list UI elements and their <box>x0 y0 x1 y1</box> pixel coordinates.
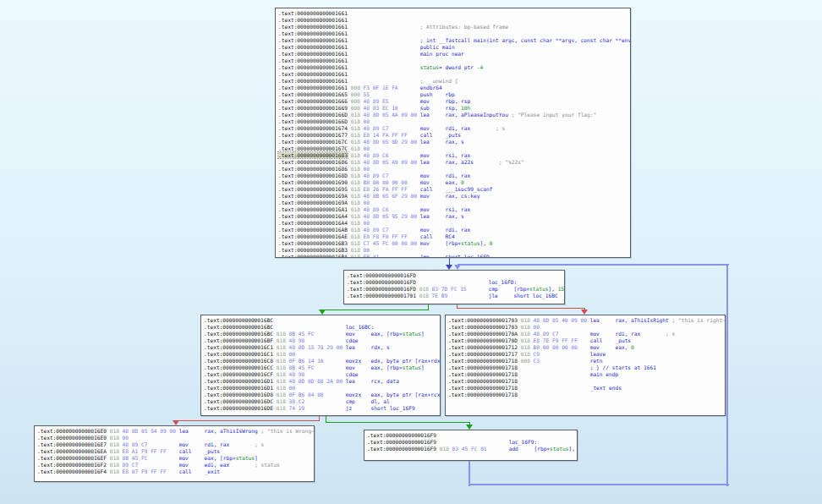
asm-line[interactable]: .text:00000000000016FD loc_16FD: <box>347 279 564 286</box>
asm-line[interactable]: .text:00000000000016B3 018 00 <box>278 247 630 254</box>
asm-token-addr: .text:00000000000016BC <box>204 324 273 330</box>
asm-line[interactable]: .text:00000000000016CF 018 48 98 cdqe <box>204 371 440 378</box>
edge-increment-loopback <box>469 484 729 485</box>
block-compare-char-loc-16BC[interactable]: .text:00000000000016BC .text:00000000000… <box>200 315 441 416</box>
asm-line[interactable]: .text:0000000000001712 018 B8 00 00 00 0… <box>448 344 725 351</box>
asm-token-k: ], <box>568 446 578 452</box>
block-loop-check-loc-16FD[interactable]: .text:00000000000016FD .text:00000000000… <box>343 270 565 304</box>
asm-line[interactable]: .text:0000000000001686 018 48 8D 05 A9 0… <box>278 159 630 166</box>
asm-line[interactable]: .text:0000000000001661 <box>278 10 630 17</box>
asm-line[interactable]: .text:0000000000001669 008 48 83 EC 10 s… <box>278 105 630 112</box>
asm-token-addr: .text:0000000000001661 <box>278 51 348 57</box>
asm-line[interactable]: .text:0000000000001718 _text ends <box>448 385 725 392</box>
asm-line[interactable]: .text:0000000000001686 018 00 <box>278 166 630 173</box>
asm-line[interactable]: .text:0000000000001690 018 B8 00 00 00 0… <box>278 179 630 186</box>
asm-line[interactable]: .text:0000000000001661 main proc near <box>278 51 630 58</box>
asm-line[interactable]: .text:00000000000016E0 018 00 <box>37 435 314 441</box>
asm-line[interactable]: .text:000000000000169A 018 00 <box>278 200 630 206</box>
graph-view-canvas[interactable]: .text:0000000000001661 .text:00000000000… <box>0 0 822 504</box>
asm-line[interactable]: .text:0000000000001703 018 48 8D 05 40 0… <box>448 317 725 324</box>
asm-line[interactable]: .text:00000000000016DC 018 38 C2 cmp dl,… <box>204 398 440 405</box>
asm-line[interactable]: .text:0000000000001695 018 E8 26 FA FF F… <box>278 186 630 193</box>
asm-line[interactable]: .text:00000000000016EF 018 8B 45 FC mov … <box>37 455 314 462</box>
asm-line[interactable]: .text:00000000000016BF 018 48 98 cdqe <box>204 337 440 344</box>
asm-line[interactable]: .text:0000000000001718 ; } // starts at … <box>448 364 725 371</box>
asm-line[interactable]: .text:00000000000016DE 018 74 19 jz shor… <box>204 405 440 412</box>
asm-token-addr: .text:0000000000001661 <box>278 10 348 16</box>
asm-line[interactable]: .text:000000000000167C 018 48 8D 05 8D 2… <box>278 139 630 145</box>
asm-line[interactable]: .text:00000000000016E7 018 48 89 C7 mov … <box>37 441 314 448</box>
block-success-exit[interactable]: .text:0000000000001703 018 48 8D 05 40 0… <box>445 315 726 416</box>
asm-line[interactable]: .text:0000000000001661 <box>278 58 630 64</box>
asm-line[interactable]: .text:00000000000016F4 018 E8 07 F9 FF F… <box>37 468 314 475</box>
asm-line[interactable]: .text:00000000000016AE 018 E8 F8 F0 FF F… <box>278 233 630 240</box>
asm-line[interactable]: .text:00000000000016E0 018 48 8D 05 54 0… <box>37 428 314 435</box>
asm-line[interactable]: .text:000000000000168D 018 48 89 C7 mov … <box>278 173 630 179</box>
asm-line[interactable]: .text:00000000000016F2 018 89 C7 mov edi… <box>37 462 314 468</box>
asm-line[interactable]: .text:000000000000170D 018 E8 7E F9 FF F… <box>448 337 725 344</box>
asm-line[interactable]: .text:000000000000167C 018 00 <box>278 145 630 152</box>
asm-token-addr: .text:00000000000016A4 <box>278 220 348 226</box>
asm-line[interactable]: .text:0000000000001661 public main <box>278 44 630 51</box>
asm-token-by <box>286 317 346 323</box>
asm-line[interactable]: .text:00000000000016F9 018 83 45 FC 01 a… <box>367 446 577 452</box>
asm-line[interactable]: .text:00000000000016BC 018 8B 45 FC mov … <box>204 331 440 337</box>
asm-line[interactable]: .text:000000000000166D 018 48 8D 05 AA 0… <box>278 112 630 118</box>
asm-line[interactable]: .text:00000000000016D1 018 00 <box>204 385 440 392</box>
asm-line[interactable]: .text:0000000000001717 018 C9 leave <box>448 351 725 358</box>
asm-line[interactable]: .text:00000000000016C1 018 48 8D 15 78 2… <box>204 344 440 351</box>
asm-line[interactable]: .text:00000000000016B3 018 C7 45 FC 00 0… <box>278 240 630 247</box>
asm-line[interactable]: .text:0000000000001718 main endp <box>448 371 725 378</box>
asm-line[interactable]: .text:000000000000166D 018 00 <box>278 118 630 125</box>
asm-line[interactable]: .text:00000000000016BC loc_16BC: <box>204 324 440 331</box>
asm-line[interactable]: .text:0000000000001661 <box>278 17 630 24</box>
asm-token-k: endbr64 <box>420 85 442 90</box>
asm-line[interactable]: .text:0000000000001718 <box>448 378 725 385</box>
asm-line[interactable]: .text:0000000000001661 ; int __fastcall … <box>278 37 630 44</box>
asm-token-addr: .text:000000000000170A <box>448 331 518 337</box>
asm-line[interactable]: .text:000000000000170A 018 48 89 C7 mov … <box>448 331 725 337</box>
asm-line[interactable]: .text:0000000000001666 008 48 89 E5 mov … <box>278 98 630 105</box>
asm-line[interactable]: .text:00000000000016D8 018 0F B6 04 08 m… <box>204 392 440 398</box>
asm-token-addr: .text:0000000000001703 <box>448 324 518 330</box>
asm-line[interactable]: .text:0000000000001661 <box>278 71 630 78</box>
asm-token-sp: 018 <box>348 213 360 219</box>
asm-token-sp: 018 <box>518 331 530 337</box>
asm-line[interactable]: .text:0000000000001661 ; Attributes: bp-… <box>278 24 630 30</box>
asm-line[interactable]: .text:00000000000016A4 018 48 8D 05 95 2… <box>278 213 630 220</box>
asm-token-addr: .text:0000000000001666 <box>278 98 348 104</box>
asm-line[interactable]: .text:00000000000016A4 018 00 <box>278 220 630 227</box>
asm-line[interactable]: .text:00000000000016D1 018 48 8D 0D 88 2… <box>204 378 440 385</box>
asm-line[interactable]: .text:00000000000016BC <box>204 317 440 324</box>
asm-line[interactable]: .text:00000000000016F9 <box>367 432 577 439</box>
asm-line[interactable]: .text:00000000000016C8 018 0F B6 14 10 m… <box>204 358 440 364</box>
block-wrong-exit[interactable]: .text:00000000000016E0 018 48 8D 05 54 0… <box>34 425 315 482</box>
asm-line[interactable]: .text:0000000000001677 018 E8 14 FA FF F… <box>278 132 630 139</box>
asm-token-sp <box>348 78 360 84</box>
block-increment-loc-16F9[interactable]: .text:00000000000016F9 .text:00000000000… <box>364 430 578 461</box>
asm-line[interactable]: .text:0000000000001683 018 48 89 C6 mov … <box>278 152 630 159</box>
asm-line[interactable]: .text:000000000000169A 018 48 8B 05 6F 2… <box>278 193 630 200</box>
asm-token-k: mov rax, cs:key <box>420 193 480 199</box>
asm-line[interactable]: .text:0000000000001661 <box>278 30 630 37</box>
asm-line[interactable]: .text:00000000000016C1 018 00 <box>204 351 440 358</box>
asm-line[interactable]: .text:00000000000016EA 018 E8 A1 F9 FF F… <box>37 448 314 455</box>
asm-line[interactable]: .text:00000000000016A1 018 48 89 C6 mov … <box>278 206 630 213</box>
asm-line[interactable]: .text:0000000000001674 018 48 89 C7 mov … <box>278 125 630 132</box>
asm-line[interactable]: .text:00000000000016AB 018 48 89 C7 mov … <box>278 227 630 233</box>
asm-line[interactable]: .text:00000000000016FD <box>347 272 564 279</box>
asm-line[interactable]: .text:0000000000001718 <box>448 392 725 398</box>
asm-line[interactable]: .text:0000000000001703 018 00 <box>448 324 725 331</box>
asm-line[interactable]: .text:0000000000001661 status= dword ptr… <box>278 64 630 71</box>
asm-token-k: cdqe <box>346 371 359 377</box>
asm-line[interactable]: .text:0000000000001665 000 55 push rbp <box>278 91 630 98</box>
asm-line[interactable]: .text:00000000000016F9 loc_16F9: <box>367 439 577 446</box>
asm-line[interactable]: .text:00000000000016FD 018 83 7D FC 15 c… <box>347 286 564 293</box>
asm-line[interactable]: .text:0000000000001701 018 7E B9 jle sho… <box>347 293 564 299</box>
asm-line[interactable]: .text:00000000000016CC 018 8B 45 FC mov … <box>204 364 440 371</box>
asm-line[interactable]: .text:0000000000001661 000 F3 0F 1E FA e… <box>278 85 630 91</box>
asm-line[interactable]: .text:0000000000001661 ; __unwind { <box>278 78 630 85</box>
asm-line[interactable]: .text:00000000000016BA 018 EB 41 jmp sho… <box>278 254 630 258</box>
block-main-entry[interactable]: .text:0000000000001661 .text:00000000000… <box>275 8 631 258</box>
asm-line[interactable]: .text:0000000000001718 000 C3 retn <box>448 358 725 364</box>
